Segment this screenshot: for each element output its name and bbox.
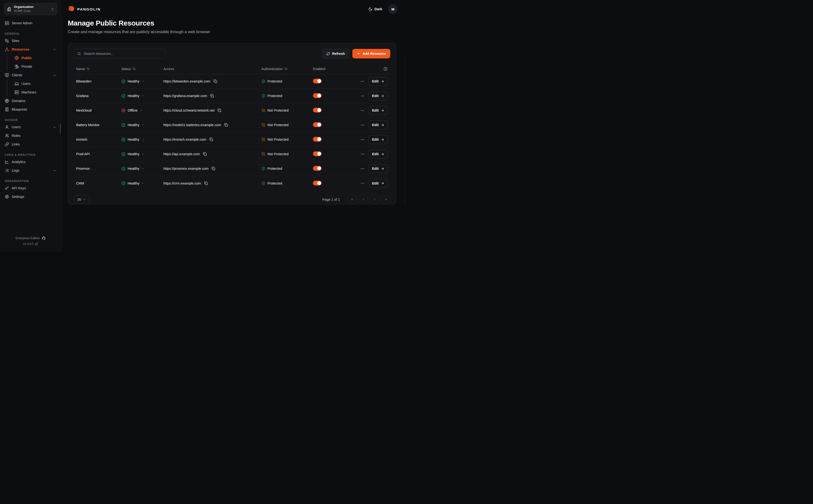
circle-x-icon	[121, 108, 125, 113]
sidebar-scrollbar-thumb[interactable]	[60, 124, 61, 133]
sidebar-item-sites[interactable]: Sites	[2, 36, 59, 45]
sort-icon[interactable]	[133, 67, 136, 70]
org-selector-label: Organization	[14, 5, 48, 9]
status-dropdown[interactable]: Healthy	[121, 79, 163, 83]
edit-button[interactable]: Edit	[368, 135, 388, 144]
sidebar-item-clients-users[interactable]: Users	[9, 79, 59, 88]
sidebar-item-roles[interactable]: Roles	[2, 131, 59, 140]
sidebar-item-users[interactable]: Users	[2, 123, 59, 131]
enabled-toggle[interactable]	[313, 166, 321, 171]
sidebar-item-domains[interactable]: Domains	[2, 97, 59, 105]
refresh-button[interactable]: Refresh	[322, 49, 349, 58]
copy-icon[interactable]	[204, 181, 208, 186]
next-page-button[interactable]	[370, 195, 379, 204]
copy-icon[interactable]	[213, 79, 218, 84]
first-page-button[interactable]	[348, 195, 356, 204]
resource-url: https://bitwarden.example.com	[163, 79, 210, 83]
chevron-down-icon	[141, 80, 144, 83]
pangolin-logo	[68, 5, 75, 13]
col-name: Name	[76, 67, 85, 71]
link-icon	[5, 142, 9, 146]
edit-button[interactable]: Edit	[368, 92, 388, 100]
page-scrollbar[interactable]	[405, 57, 405, 205]
edit-button[interactable]: Edit	[368, 121, 388, 129]
add-resource-button[interactable]: Add Resource	[352, 49, 390, 58]
copy-icon[interactable]	[210, 93, 214, 98]
row-menu-button[interactable]	[360, 108, 365, 113]
shield-off-icon	[261, 123, 265, 127]
copy-icon[interactable]	[224, 123, 228, 127]
status-dropdown[interactable]: Healthy	[121, 138, 163, 142]
edit-button[interactable]: Edit	[368, 106, 388, 115]
table-row: Nextcloud Offline https://cloud.schwartz…	[74, 103, 390, 118]
edit-button[interactable]: Edit	[368, 179, 388, 188]
enabled-toggle[interactable]	[313, 181, 321, 185]
copy-icon[interactable]	[209, 137, 214, 142]
org-selector[interactable]: Organization ACME Corp.	[4, 3, 57, 15]
sidebar-item-machines[interactable]: Machines	[9, 88, 59, 97]
auth-status: Not Protected	[261, 152, 313, 156]
avatar[interactable]: M	[388, 5, 397, 14]
external-link-icon[interactable]	[35, 242, 38, 246]
row-menu-button[interactable]	[360, 181, 365, 186]
edit-button[interactable]: Edit	[368, 164, 388, 173]
row-menu-button[interactable]	[360, 166, 365, 171]
sidebar-item-links[interactable]: Links	[2, 140, 59, 149]
copy-icon[interactable]	[211, 166, 216, 171]
auth-label: Protected	[267, 167, 282, 170]
row-menu-button[interactable]	[360, 123, 365, 128]
status-dropdown[interactable]: Healthy	[121, 181, 163, 185]
sidebar-item-analytics[interactable]: Analytics	[2, 158, 59, 166]
sidebar-item-private[interactable]: Private	[9, 62, 59, 71]
sidebar-item-api-keys[interactable]: API Keys	[2, 184, 59, 192]
enabled-toggle[interactable]	[313, 79, 321, 83]
enabled-toggle[interactable]	[313, 93, 321, 98]
enabled-toggle[interactable]	[313, 137, 321, 142]
row-menu-button[interactable]	[360, 137, 365, 142]
enabled-toggle[interactable]	[313, 108, 321, 113]
page-size-select[interactable]: 20	[74, 195, 90, 204]
enabled-toggle[interactable]	[313, 151, 321, 156]
sort-icon[interactable]	[87, 67, 90, 70]
status-dropdown[interactable]: Healthy	[121, 94, 163, 98]
waypoints-icon	[5, 47, 9, 51]
status-dropdown[interactable]: Healthy	[121, 167, 163, 171]
row-menu-button[interactable]	[360, 93, 365, 98]
sidebar-item-server-admin[interactable]: Server Admin	[2, 19, 59, 27]
row-menu-button[interactable]	[360, 79, 365, 84]
status-dropdown[interactable]: Healthy	[121, 123, 163, 127]
copy-icon[interactable]	[217, 108, 222, 113]
sort-icon[interactable]	[284, 67, 287, 70]
pagination-bar: 20 Page 1 of 1	[74, 195, 390, 204]
circle-check-icon	[121, 123, 125, 127]
status-label: Healthy	[128, 79, 139, 83]
github-icon[interactable]	[42, 236, 46, 240]
copy-icon[interactable]	[202, 152, 207, 156]
arrow-right-icon	[381, 123, 384, 127]
edit-button[interactable]: Edit	[368, 77, 388, 86]
status-label: Offline	[128, 108, 138, 112]
sidebar-item-logs[interactable]: Logs	[2, 166, 59, 175]
section-label-organization: ORGANIZATION	[5, 180, 56, 182]
prev-page-button[interactable]	[359, 195, 368, 204]
theme-toggle-button[interactable]: Dark	[368, 7, 382, 11]
sidebar-item-resources[interactable]: Resources	[2, 45, 59, 54]
sidebar-item-blueprints[interactable]: Blueprints	[2, 105, 59, 114]
columns-icon[interactable]	[383, 67, 388, 71]
sidebar-item-public[interactable]: Public	[9, 54, 59, 62]
row-menu-button[interactable]	[360, 152, 365, 157]
key-icon	[5, 186, 9, 190]
topbar: PANGOLIN Dark M	[61, 0, 406, 18]
search-input[interactable]	[83, 51, 162, 56]
sidebar-item-settings[interactable]: Settings	[2, 192, 59, 201]
sidebar-item-clients[interactable]: Clients	[2, 71, 59, 79]
enabled-toggle[interactable]	[313, 122, 321, 127]
table-header: Name Status Access Authentication Enable…	[74, 64, 390, 74]
status-dropdown[interactable]: Healthy	[121, 152, 163, 156]
auth-status: Protected	[261, 79, 313, 83]
page-info: Page 1 of 1	[322, 198, 340, 201]
status-dropdown[interactable]: Offline	[121, 108, 163, 113]
arrow-right-icon	[381, 80, 384, 83]
edit-button[interactable]: Edit	[368, 150, 388, 159]
last-page-button[interactable]	[381, 195, 390, 204]
